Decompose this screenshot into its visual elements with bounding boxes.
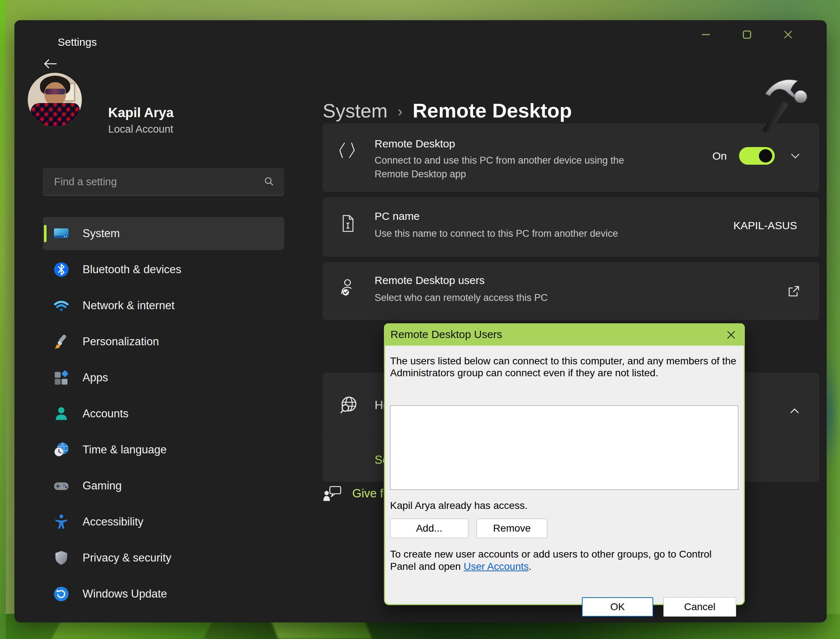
pc-name-icon [340,215,356,232]
minimize-button[interactable] [685,20,726,49]
remote-desktop-title: Remote Desktop [375,138,455,150]
ok-button[interactable]: OK [582,597,653,617]
dialog-title: Remote Desktop Users [390,328,502,340]
breadcrumb-system[interactable]: System [323,100,388,122]
system-icon [53,225,70,242]
sidebar-item-apps[interactable]: Apps [43,360,284,396]
breadcrumb: System › Remote Desktop [323,99,572,122]
paintbrush-icon [53,333,70,350]
time-language-icon [53,442,70,458]
maximize-button[interactable] [726,20,768,49]
back-arrow-icon [43,57,57,70]
accounts-icon [53,405,70,422]
account-name: Kapil Arya [108,105,174,120]
page-title: Remote Desktop [412,99,572,122]
cancel-button[interactable]: Cancel [663,597,736,617]
dialog-users-listbox[interactable] [390,405,738,490]
footer-text-before: To create new user accounts or add users… [390,548,712,572]
sidebar-item-label: Apps [83,371,108,384]
pc-name-description: Use this name to connect to this PC from… [375,227,699,240]
sidebar-item-label: Bluetooth & devices [83,263,181,276]
sidebar-item-label: System [83,227,120,240]
sidebar-item-network-internet[interactable]: Network & internet [43,288,284,324]
sidebar-item-personalization[interactable]: Personalization [43,324,284,360]
minimize-icon [700,29,712,40]
sidebar-item-accessibility[interactable]: Accessibility [43,504,284,540]
remote-desktop-users-dialog: Remote Desktop Users The users listed be… [384,323,745,605]
remote-desktop-description: Connect to and use this PC from another … [375,154,656,181]
window-controls [685,20,809,49]
sidebar-item-gaming[interactable]: Gaming [43,468,284,504]
bluetooth-icon [53,261,70,278]
breadcrumb-separator: › [398,103,402,120]
account-type: Local Account [108,123,173,135]
accessibility-icon [53,513,70,530]
help-globe-icon [338,395,359,416]
sidebar-item-label: Privacy & security [83,552,171,564]
sidebar-item-label: Windows Update [83,588,167,601]
search-icon[interactable] [264,176,274,187]
sidebar-item-label: Gaming [83,479,122,492]
sidebar-item-label: Accessibility [83,515,143,528]
remote-desktop-users-icon [340,278,357,297]
remote-desktop-toggle[interactable] [739,147,775,165]
close-icon [782,29,794,40]
remote-desktop-users-card[interactable]: Remote Desktop users Select who can remo… [323,262,819,320]
dialog-close-button[interactable] [723,327,739,343]
dialog-close-icon [726,330,736,340]
pc-name-title: PC name [375,210,420,223]
search-box [43,168,284,196]
sidebar-item-bluetooth-devices[interactable]: Bluetooth & devices [43,251,284,288]
pc-name-card[interactable]: PC name Use this name to connect to this… [323,197,819,257]
add-button[interactable]: Add... [390,519,468,538]
maximize-icon [741,29,753,40]
sidebar-item-system[interactable]: System [43,217,284,250]
chevron-up-icon[interactable] [789,406,800,416]
dialog-body: The users listed below can connect to th… [385,346,744,604]
sidebar-item-label: Network & internet [83,299,175,312]
back-button[interactable] [42,56,59,72]
footer-text-after: . [529,561,532,572]
dialog-titlebar[interactable]: Remote Desktop Users [384,323,745,346]
sidebar-item-accounts[interactable]: Accounts [43,396,284,432]
wifi-icon [53,297,70,314]
dialog-footer-text: To create new user accounts or add users… [390,548,738,573]
sidebar-item-time-language[interactable]: Time & language [43,432,284,468]
pc-name-value: KAPIL-ASUS [733,219,797,232]
selection-indicator [44,225,46,242]
sidebar-item-windows-update[interactable]: Windows Update [43,576,284,612]
close-button[interactable] [768,20,809,49]
dialog-instruction: The users listed below can connect to th… [390,355,738,379]
dialog-access-note: Kapil Arya already has access. [390,500,527,512]
sidebar-item-label: Time & language [83,443,167,456]
remote-desktop-card[interactable]: Remote Desktop Connect to and use this P… [323,124,819,192]
feedback-icon [323,485,342,502]
rd-users-title: Remote Desktop users [375,274,485,286]
user-accounts-link[interactable]: User Accounts [464,561,529,572]
app-title: Settings [58,36,97,48]
sidebar: System Bluetooth & devices Network & int… [43,216,284,612]
gamepad-icon [53,477,70,494]
chevron-down-icon[interactable] [790,151,801,161]
rd-users-description: Select who can remotely access this PC [375,291,699,305]
wallpaper-left-edge [0,0,6,639]
apps-icon [53,369,70,386]
sidebar-item-label: Personalization [83,335,159,348]
toggle-state-label: On [713,150,727,162]
external-link-icon[interactable] [787,285,801,298]
toggle-knob [759,149,772,162]
remove-button[interactable]: Remove [477,519,547,538]
avatar[interactable] [28,73,82,127]
search-input[interactable] [43,176,264,188]
sidebar-item-label: Accounts [83,407,129,420]
shield-icon [53,550,70,566]
sidebar-item-privacy-security[interactable]: Privacy & security [43,540,284,576]
remote-desktop-icon [340,141,357,159]
windows-update-icon [53,586,70,602]
